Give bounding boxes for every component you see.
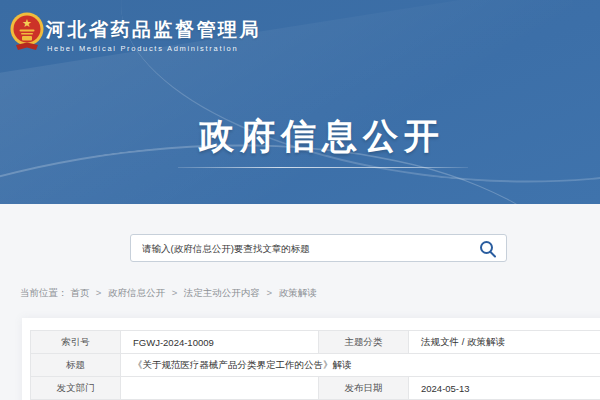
table-row: 发文部门 发布日期 2024-05-13 xyxy=(31,377,600,400)
search-button[interactable] xyxy=(479,240,497,258)
breadcrumb-policy-interpretation[interactable]: 政策解读 xyxy=(279,287,317,298)
agency-name-cn: 河北省药品监督管理局 xyxy=(46,17,261,43)
breadcrumb-separator: > xyxy=(266,287,272,298)
breadcrumb-gov-info[interactable]: 政府信息公开 xyxy=(108,287,165,298)
breadcrumb: 当前位置： 首页 > 政府信息公开 > 法定主动公开内容 > 政策解读 xyxy=(20,287,317,300)
national-emblem-icon: ★ xyxy=(10,11,44,51)
index-number-value: FGWJ-2024-10009 xyxy=(121,331,319,354)
breadcrumb-home[interactable]: 首页 xyxy=(70,287,89,298)
category-label: 主题分类 xyxy=(319,331,409,354)
breadcrumb-separator: > xyxy=(172,287,178,298)
table-row: 标题 《关于规范医疗器械产品分类界定工作的公告》解读 xyxy=(31,354,600,377)
page-banner: ★ 河北省药品监督管理局 Hebei Medical Products Admi… xyxy=(0,0,600,204)
page-title: 政府信息公开 xyxy=(199,113,445,160)
title-underline xyxy=(178,167,468,168)
breadcrumb-separator: > xyxy=(96,287,102,298)
page: { "header": { "agency_name_cn": "河北省药品监督… xyxy=(0,0,600,400)
breadcrumb-statutory-disclosure[interactable]: 法定主动公开内容 xyxy=(184,287,260,298)
document-info-table: 索引号 FGWJ-2024-10009 主题分类 法规文件 / 政策解读 标题 … xyxy=(30,330,600,400)
doc-title-label: 标题 xyxy=(31,354,121,377)
breadcrumb-prefix: 当前位置： xyxy=(20,287,68,298)
doc-title-value: 《关于规范医疗器械产品分类界定工作的公告》解读 xyxy=(121,354,600,377)
publish-date-value: 2024-05-13 xyxy=(409,377,600,400)
agency-name-en: Hebei Medical Products Administration xyxy=(47,44,238,53)
index-number-label: 索引号 xyxy=(31,331,121,354)
table-row: 索引号 FGWJ-2024-10009 主题分类 法规文件 / 政策解读 xyxy=(31,331,600,354)
search-box xyxy=(130,234,507,262)
svg-text:★: ★ xyxy=(22,17,32,29)
search-input[interactable] xyxy=(131,235,471,261)
search-icon xyxy=(479,246,497,261)
department-label: 发文部门 xyxy=(31,377,121,400)
publish-date-label: 发布日期 xyxy=(319,377,409,400)
category-value: 法规文件 / 政策解读 xyxy=(409,331,600,354)
content-card: 索引号 FGWJ-2024-10009 主题分类 法规文件 / 政策解读 标题 … xyxy=(22,318,600,400)
department-value xyxy=(121,377,319,400)
